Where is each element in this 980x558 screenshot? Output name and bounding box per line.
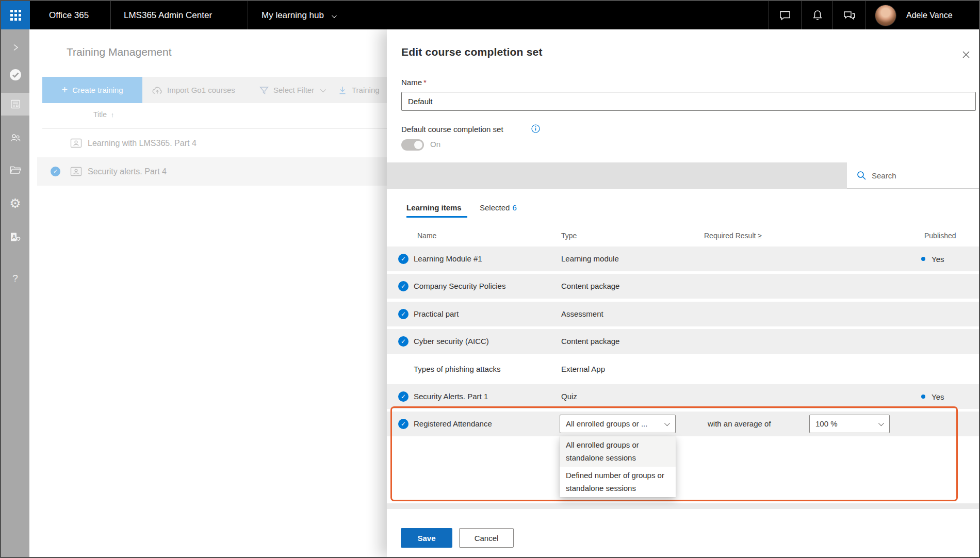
item-name: Registered Attendance <box>414 412 492 436</box>
column-header-required-result: Required Result ≥ <box>704 232 762 240</box>
default-set-toggle[interactable] <box>401 139 424 151</box>
dropdown-option-defined-number[interactable]: Defined number of groups or standalone s… <box>560 467 676 497</box>
search-icon <box>856 170 867 180</box>
selected-check-icon[interactable] <box>398 281 409 291</box>
cancel-button[interactable]: Cancel <box>459 528 514 548</box>
expand-chevron-icon <box>10 42 21 53</box>
training-export-label: Training <box>352 86 380 94</box>
published-indicator: Yes <box>921 384 944 409</box>
selected-check-icon[interactable] <box>398 254 409 264</box>
dropdown-option-all-enrolled[interactable]: All enrolled groups or standalone sessio… <box>560 436 676 467</box>
help-question-icon <box>12 273 18 283</box>
sidebar-item-language-settings[interactable]: A <box>1 226 29 249</box>
feedback-icon <box>842 9 856 22</box>
sessions-type-select-value: All enrolled groups or ... <box>566 419 647 428</box>
chevron-down-icon <box>878 420 884 426</box>
topbar-divider <box>832 1 833 29</box>
sessions-type-select[interactable]: All enrolled groups or ... <box>560 415 676 433</box>
training-title: Security alerts. Part 4 <box>88 157 167 186</box>
table-bottom-strip <box>387 503 979 509</box>
selected-check-icon[interactable] <box>398 391 409 402</box>
plus-icon <box>61 84 68 96</box>
chat-icon <box>778 9 792 22</box>
name-input[interactable] <box>401 92 976 111</box>
training-title: Learning with LMS365. Part 4 <box>88 129 197 157</box>
item-name: Practical part <box>414 302 459 326</box>
admin-sidebar: A <box>1 29 29 557</box>
person-card-icon <box>70 167 82 178</box>
sidebar-item-settings[interactable] <box>1 192 29 215</box>
cloud-import-icon <box>152 86 163 95</box>
edit-completion-set-panel: Edit course completion set Name* Default… <box>387 29 979 557</box>
name-field-label: Name* <box>401 78 427 87</box>
close-button[interactable] <box>959 48 973 61</box>
learning-item-row[interactable]: Security Alerts. Part 1 Quiz Yes <box>387 384 979 409</box>
save-button[interactable]: Save <box>401 528 452 548</box>
title-column-header: Title <box>93 110 114 119</box>
selected-check-icon[interactable] <box>398 309 409 319</box>
sidebar-item-help[interactable] <box>1 267 29 289</box>
average-percent-select[interactable]: 100 % <box>809 415 890 433</box>
selected-check-icon[interactable] <box>398 336 409 347</box>
person-card-icon <box>70 138 82 150</box>
people-icon <box>9 132 22 143</box>
filter-funnel-icon <box>259 85 269 95</box>
search-input[interactable] <box>872 171 965 180</box>
selected-check-icon[interactable] <box>398 419 409 429</box>
toggle-state-label: On <box>430 140 440 149</box>
feedback-button[interactable] <box>835 1 863 29</box>
sidebar-item-training-management[interactable] <box>1 93 29 116</box>
required-asterisk: * <box>423 78 427 87</box>
item-name: Security Alerts. Part 1 <box>414 384 488 409</box>
learning-item-row[interactable]: Types of phishing attacks External App <box>387 357 979 382</box>
default-set-label: Default course completion set <box>401 125 503 134</box>
import-go1-label: Import Go1 courses <box>167 86 235 94</box>
item-type: Quiz <box>561 384 577 409</box>
chevron-down-icon <box>320 86 326 92</box>
training-export-button: Training <box>337 77 380 103</box>
hub-menu-label: My learning hub <box>262 10 324 20</box>
office-365-home-link[interactable]: Office 365 <box>49 1 89 29</box>
tab-selected[interactable]: Selected6 <box>480 203 517 212</box>
sidebar-item-users[interactable] <box>1 126 29 149</box>
sidebar-item-content[interactable] <box>1 158 29 181</box>
learning-item-row[interactable]: Cyber security (AICC) Content package <box>387 329 979 354</box>
active-tab-underline <box>406 216 467 218</box>
learning-item-row-registered-attendance[interactable]: Registered Attendance All enrolled group… <box>387 412 979 436</box>
lms365-logo-check-icon <box>9 68 22 81</box>
language-admin-icon: A <box>9 232 22 243</box>
page-title: Training Management <box>67 46 172 58</box>
settings-gear-icon <box>9 197 21 210</box>
learning-item-row[interactable]: Learning Module #1 Learning module Yes <box>387 247 979 271</box>
sidebar-expand-button[interactable] <box>1 36 29 59</box>
select-filter-button: Select Filter <box>259 77 324 103</box>
app-window: Office 365 LMS365 Admin Center My learni… <box>0 0 980 558</box>
learning-item-row[interactable]: Practical part Assessment <box>387 302 979 326</box>
item-name: Types of phishing attacks <box>414 357 500 382</box>
svg-text:A: A <box>12 234 15 240</box>
average-percent-value: 100 % <box>815 419 838 428</box>
admin-center-title: LMS365 Admin Center <box>124 1 212 29</box>
tab-learning-items[interactable]: Learning items <box>406 203 462 212</box>
info-icon[interactable] <box>531 124 540 135</box>
selected-count-badge: 6 <box>512 203 516 212</box>
user-avatar[interactable] <box>875 5 896 26</box>
office-top-bar: Office 365 LMS365 Admin Center My learni… <box>1 1 979 29</box>
sidebar-item-home[interactable] <box>1 63 29 86</box>
download-icon <box>337 85 348 95</box>
item-name: Company Security Policies <box>414 274 505 299</box>
hub-menu-button[interactable]: My learning hub <box>262 1 335 29</box>
user-name[interactable]: Adele Vance <box>906 1 953 29</box>
training-toolbar: Create training Import Go1 courses Selec… <box>42 77 387 103</box>
name-label-text: Name <box>401 78 422 87</box>
published-indicator: Yes <box>921 247 944 271</box>
app-launcher-button[interactable] <box>1 1 30 29</box>
topbar-divider <box>769 1 769 29</box>
notifications-button[interactable] <box>803 1 831 29</box>
average-label: with an average of <box>708 412 771 436</box>
panel-title: Edit course completion set <box>401 46 543 58</box>
search-box[interactable] <box>847 162 979 189</box>
chevron-down-icon <box>664 420 670 426</box>
learning-item-row[interactable]: Company Security Policies Content packag… <box>387 274 979 299</box>
chat-button[interactable] <box>771 1 799 29</box>
